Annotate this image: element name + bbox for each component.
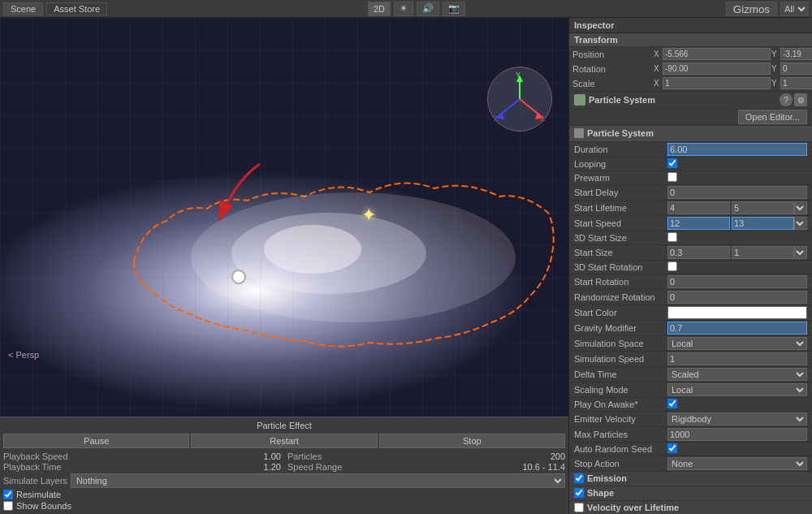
inspector-panel: Inspector Transform Position X Y <box>568 18 812 514</box>
stop-btn[interactable]: Stop <box>379 434 565 448</box>
start-lifetime-v2[interactable] <box>732 201 794 214</box>
start-speed-select[interactable]: ▼ <box>794 217 807 230</box>
gravity-modifier-input[interactable] <box>667 322 807 335</box>
red-arrow <box>171 156 284 253</box>
axis-indicator: Y X Z <box>487 67 552 132</box>
duration-input[interactable] <box>667 143 807 156</box>
scaling-mode-select[interactable]: Local <box>667 383 807 396</box>
pause-btn[interactable]: Pause <box>3 434 189 448</box>
start-size-v1[interactable] <box>667 246 730 259</box>
start-delay-input[interactable] <box>667 186 807 199</box>
start-color-box[interactable] <box>667 306 807 319</box>
start-size-select[interactable]: ▼ <box>794 246 807 259</box>
transform-section: Transform Position X Y Z <box>569 33 812 92</box>
simulation-speed-row: Simulation Speed <box>569 352 812 367</box>
emission-checkbox[interactable] <box>574 473 584 483</box>
inspector-title: Inspector <box>574 20 615 30</box>
scale-values: X Y Z <box>654 77 812 89</box>
show-bounds-checkbox[interactable] <box>3 501 13 511</box>
emitter-velocity-select[interactable]: Rigidbody <box>667 412 807 425</box>
looping-checkbox[interactable] <box>667 158 677 168</box>
velocity-label: Velocity over Lifetime <box>587 503 679 512</box>
velocity-checkbox[interactable] <box>574 503 584 512</box>
svg-line-6 <box>499 99 520 115</box>
playback-time-value: 1.20 <box>264 462 281 472</box>
open-editor-btn[interactable]: Open Editor... <box>738 110 807 124</box>
scale-row: Scale X Y Z <box>569 76 812 91</box>
looping-row: Looping <box>569 158 812 171</box>
start-rotation-input[interactable] <box>667 275 807 288</box>
velocity-toggle[interactable]: Velocity over Lifetime <box>569 501 812 514</box>
emission-toggle[interactable]: Emission <box>569 472 812 486</box>
stop-action-row: Stop Action None <box>569 456 812 472</box>
layers-select[interactable]: All <box>780 2 809 16</box>
shape-checkbox[interactable] <box>574 488 584 498</box>
emission-label: Emission <box>587 473 627 483</box>
gravity-modifier-label: Gravity Modifier <box>574 323 667 333</box>
toolbar-btn-2[interactable]: 🔊 <box>417 2 439 16</box>
scale-y[interactable] <box>780 77 812 89</box>
scale-x[interactable] <box>663 77 771 89</box>
duration-label: Duration <box>574 145 667 154</box>
3d-start-size-checkbox[interactable] <box>667 232 677 242</box>
start-size-v2[interactable] <box>732 246 794 259</box>
restart-btn[interactable]: Restart <box>191 434 377 448</box>
max-particles-label: Max Particles <box>574 430 667 439</box>
persp-label: < Persp <box>8 350 39 360</box>
simulation-space-select[interactable]: Local <box>667 337 807 350</box>
start-lifetime-select[interactable]: ▼ <box>794 201 807 214</box>
start-size-label: Start Size <box>574 248 667 257</box>
rotation-label: Rotation <box>572 64 654 74</box>
3d-start-size-label: 3D Start Size <box>574 233 667 243</box>
sun-icon: ✦ <box>361 205 381 224</box>
start-speed-v2[interactable] <box>732 217 794 230</box>
simulate-layers-select[interactable]: Nothing <box>71 473 565 488</box>
delta-time-label: Delta Time <box>574 369 667 379</box>
scene-view[interactable]: Y X Z ✦ <box>0 18 568 514</box>
info-btn[interactable]: ? <box>780 93 793 106</box>
play-on-awake-checkbox[interactable] <box>667 399 677 408</box>
randomize-rotation-input[interactable] <box>667 291 807 304</box>
start-color-row: Start Color <box>569 305 812 321</box>
toolbar-btn-3[interactable]: 📷 <box>443 2 465 16</box>
3d-start-rotation-checkbox[interactable] <box>667 261 677 271</box>
asset-store-tab[interactable]: Asset Store <box>46 2 107 15</box>
top-bar: Scene Asset Store 2D ☀ 🔊 📷 Gizmos All <box>0 0 812 18</box>
inspector-header: Inspector <box>569 18 812 33</box>
simulation-speed-input[interactable] <box>667 352 807 365</box>
3d-start-rotation-label: 3D Start Rotation <box>574 262 667 272</box>
svg-text:Y: Y <box>516 71 520 79</box>
start-rotation-label: Start Rotation <box>574 277 667 287</box>
particle-panel-buttons: Pause Restart Stop <box>3 434 565 448</box>
gravity-modifier-row: Gravity Modifier <box>569 321 812 336</box>
start-lifetime-v1[interactable] <box>667 201 730 214</box>
toolbar-btn-1[interactable]: ☀ <box>394 2 413 16</box>
mode-2d-btn[interactable]: 2D <box>368 2 391 16</box>
rotation-y[interactable] <box>780 63 812 75</box>
speed-range-value: 10.6 - 11.4 <box>522 462 565 472</box>
shape-toggle[interactable]: Shape <box>569 486 812 501</box>
scene-tab[interactable]: Scene <box>3 2 43 15</box>
start-lifetime-label: Start Lifetime <box>574 203 667 213</box>
max-particles-input[interactable] <box>667 428 807 441</box>
rotation-x[interactable] <box>663 63 771 75</box>
stop-action-label: Stop Action <box>574 459 667 469</box>
position-x[interactable] <box>663 48 771 60</box>
start-color-label: Start Color <box>574 308 667 317</box>
particles-value: 200 <box>551 451 565 461</box>
start-speed-label: Start Speed <box>574 218 667 228</box>
stop-action-select[interactable]: None <box>667 457 807 470</box>
3d-start-size-row: 3D Start Size <box>569 231 812 245</box>
prewarm-checkbox[interactable] <box>667 172 677 182</box>
position-y[interactable] <box>780 48 812 60</box>
ps-module-icon <box>574 94 585 106</box>
shape-label: Shape <box>587 488 614 498</box>
auto-random-seed-checkbox[interactable] <box>667 443 677 453</box>
delta-time-select[interactable]: Scaled <box>667 368 807 381</box>
resimulate-checkbox[interactable] <box>3 490 13 499</box>
gizmos-btn[interactable]: Gizmos <box>726 2 777 16</box>
auto-random-seed-row: Auto Random Seed <box>569 443 812 456</box>
settings-btn[interactable]: ⚙ <box>794 93 807 106</box>
delta-time-row: Delta Time Scaled <box>569 367 812 382</box>
start-speed-v1[interactable] <box>667 217 730 230</box>
